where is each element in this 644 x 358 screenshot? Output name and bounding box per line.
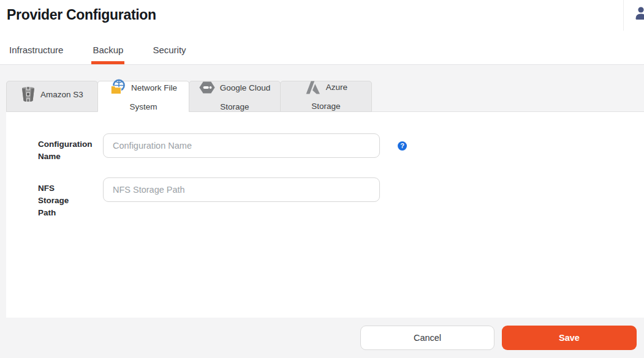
backup-tab-content: Amazon S3 Network File System (0, 65, 644, 358)
main-nav-tabs: Infrastructure Backup Security (0, 44, 644, 65)
tab-infrastructure[interactable]: Infrastructure (8, 44, 64, 64)
globe-folder-icon (110, 79, 126, 100)
provider-tab-amazon-s3[interactable]: Amazon S3 (6, 81, 98, 112)
footer-action-bar: Cancel Save (0, 318, 644, 358)
nfs-storage-path-label: NFS Storage Path (38, 177, 87, 219)
provider-tabs: Amazon S3 Network File System (6, 81, 644, 112)
provider-configuration-page: Provider Configuration Infrastructure Ba… (0, 0, 644, 358)
top-bar: Provider Configuration (0, 0, 644, 31)
provider-tabs-wrap: Amazon S3 Network File System (0, 65, 644, 318)
save-button[interactable]: Save (502, 326, 637, 350)
provider-tab-network-file-system[interactable]: Network File System (97, 81, 189, 112)
provider-tab-label: Google Cloud Storage (220, 83, 271, 111)
provider-tab-azure-storage[interactable]: Azure Storage (280, 81, 372, 112)
question-mark-icon[interactable]: ? (398, 141, 407, 151)
provider-tab-label: Amazon S3 (40, 90, 83, 99)
azure-triangle-icon (305, 80, 321, 99)
user-menu[interactable] (623, 0, 644, 31)
configuration-name-input[interactable] (103, 133, 380, 158)
tab-security[interactable]: Security (151, 44, 187, 64)
cancel-button[interactable]: Cancel (360, 326, 494, 350)
amazon-s3-icon (21, 86, 36, 106)
provider-tab-google-cloud-storage[interactable]: Google Cloud Storage (189, 81, 281, 112)
configuration-name-row: Configuration Name ? (38, 133, 644, 163)
provider-tab-label: Network File System (129, 83, 177, 111)
configuration-name-label: Configuration Name (38, 133, 87, 163)
nfs-storage-path-input[interactable] (103, 177, 380, 202)
nfs-storage-path-row: NFS Storage Path (38, 177, 644, 219)
page-title: Provider Configuration (0, 0, 644, 23)
tab-backup[interactable]: Backup (91, 44, 124, 64)
google-hexagon-icon (199, 80, 215, 100)
nfs-configuration-panel: Configuration Name ? NFS Storage Path (6, 111, 644, 318)
